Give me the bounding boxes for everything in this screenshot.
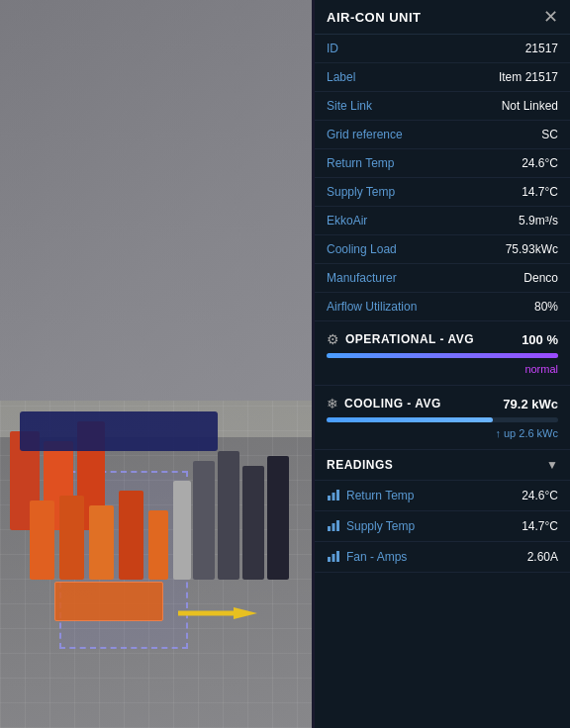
info-rows: ID 21517 Label Item 21517 Site Link Not … <box>315 35 570 321</box>
readings-chevron: ▼ <box>546 458 558 472</box>
info-label: Manufacturer <box>327 271 397 285</box>
panel-title: AIR-CON UNIT <box>327 10 422 25</box>
reading-value: 14.7°C <box>522 519 558 533</box>
info-value: 24.6°C <box>522 156 558 170</box>
reading-chart-icon <box>327 488 340 503</box>
info-row: ID 21517 <box>315 35 570 63</box>
reading-label: Supply Temp <box>346 519 415 533</box>
operational-section: ⚙ OPERATIONAL - AVG 100 % normal <box>315 321 570 386</box>
reading-value: 2.60A <box>527 550 558 564</box>
info-label: Label <box>327 70 355 84</box>
cooling-title: COOLING - AVG <box>344 397 441 410</box>
readings-title: READINGS <box>327 458 393 472</box>
info-value: 14.7°C <box>522 185 558 199</box>
operational-progress-fill <box>327 353 558 358</box>
operational-value: 100 % <box>522 332 558 347</box>
info-value: 80% <box>534 300 558 314</box>
info-label: Cooling Load <box>327 242 397 256</box>
close-button[interactable]: ✕ <box>543 8 558 26</box>
info-value: Denco <box>523 271 558 285</box>
svg-rect-3 <box>328 526 331 531</box>
reading-chart-icon <box>327 518 340 534</box>
info-value: 75.93kWc <box>506 242 558 256</box>
info-row: EkkoAir 5.9m³/s <box>315 207 570 235</box>
svg-rect-7 <box>332 554 335 562</box>
info-value: 5.9m³/s <box>519 214 558 228</box>
reading-label: Return Temp <box>346 489 414 502</box>
cooling-sub: ↑ up 2.6 kWc <box>327 427 558 439</box>
cooling-section: ❄ COOLING - AVG 79.2 kWc ↑ up 2.6 kWc <box>315 386 570 450</box>
info-label: EkkoAir <box>327 214 367 228</box>
operational-progress-bg <box>327 353 558 358</box>
svg-rect-0 <box>328 496 331 500</box>
info-label: Site Link <box>327 99 372 113</box>
air-con-panel: AIR-CON UNIT ✕ ID 21517 Label Item 21517… <box>315 0 570 728</box>
info-value: Item 21517 <box>499 70 558 84</box>
reading-row: Return Temp 24.6°C <box>315 481 570 511</box>
reading-chart-icon <box>327 549 340 565</box>
cooling-progress-bg <box>327 417 558 422</box>
info-label: Supply Temp <box>327 185 395 199</box>
operational-icon: ⚙ <box>327 331 339 347</box>
info-row: Supply Temp 14.7°C <box>315 178 570 207</box>
info-label: Return Temp <box>327 156 394 170</box>
info-row: Manufacturer Denco <box>315 264 570 293</box>
cooling-progress-fill <box>327 417 493 422</box>
info-value: 21517 <box>525 42 558 55</box>
info-label: Airflow Utilization <box>327 300 417 314</box>
info-label: ID <box>327 42 338 55</box>
info-row: Grid reference SC <box>315 121 570 149</box>
svg-rect-4 <box>332 523 335 531</box>
info-row: Site Link Not Linked <box>315 92 570 121</box>
info-row: Return Temp 24.6°C <box>315 149 570 178</box>
info-row: Airflow Utilization 80% <box>315 293 570 321</box>
operational-sub: normal <box>327 363 558 375</box>
readings-header[interactable]: READINGS ▼ <box>315 450 570 481</box>
info-value: Not Linked <box>502 99 558 113</box>
reading-row: Fan - Amps 2.60A <box>315 542 570 573</box>
svg-rect-1 <box>332 493 335 500</box>
panel-header: AIR-CON UNIT ✕ <box>315 0 570 35</box>
info-label: Grid reference <box>327 128 403 141</box>
svg-rect-2 <box>336 490 339 500</box>
readings-list: Return Temp 24.6°C Supply Temp 14.7°C <box>315 481 570 573</box>
info-row: Cooling Load 75.93kWc <box>315 235 570 264</box>
cooling-value: 79.2 kWc <box>503 397 558 411</box>
reading-row: Supply Temp 14.7°C <box>315 511 570 542</box>
svg-rect-6 <box>328 557 331 562</box>
operational-title: OPERATIONAL - AVG <box>345 332 474 346</box>
info-value: SC <box>541 128 558 141</box>
svg-rect-8 <box>336 551 339 562</box>
svg-rect-5 <box>336 520 339 531</box>
reading-label: Fan - Amps <box>346 550 407 564</box>
cooling-icon: ❄ <box>327 396 338 411</box>
reading-value: 24.6°C <box>522 489 558 502</box>
scene-background <box>0 0 312 728</box>
info-row: Label Item 21517 <box>315 63 570 92</box>
